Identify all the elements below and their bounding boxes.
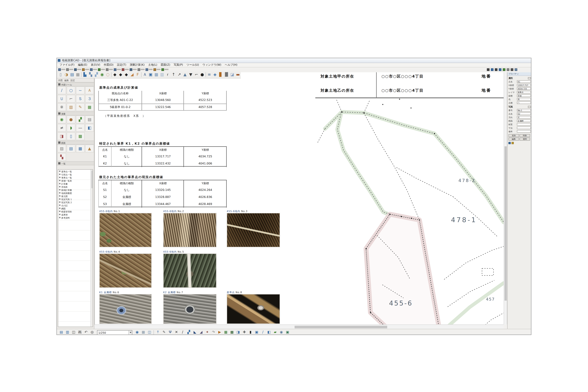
- toolbar-small-button-4[interactable]: [90, 68, 97, 71]
- palette-tool-0-1-icon[interactable]: ○: [67, 86, 76, 94]
- list-scrollbar[interactable]: [90, 170, 93, 326]
- list-item-10[interactable]: 現況写真 2: [58, 200, 93, 204]
- main-tool-26-icon[interactable]: ◈: [212, 72, 218, 78]
- statusbar-tool-17[interactable]: /: [260, 330, 265, 335]
- panel-field-input[interactable]: 金属標: [517, 119, 531, 122]
- statusbar-tool-13[interactable]: ◨: [236, 330, 241, 335]
- main-tool-9-icon[interactable]: ◆: [112, 72, 118, 78]
- panel-field-input[interactable]: No.1: [517, 109, 531, 112]
- palette-tool-1-1-icon[interactable]: ●: [67, 116, 76, 124]
- topright-tool-4[interactable]: [503, 68, 505, 71]
- panel-field-input[interactable]: 13317.717: [517, 84, 531, 86]
- menu-item-0[interactable]: ファイル(F): [58, 63, 76, 67]
- main-tool-11-icon[interactable]: ◆: [124, 72, 129, 78]
- statusbar-tool-9[interactable]: ↷: [211, 330, 216, 335]
- panel-field-input[interactable]: 黒: [517, 98, 531, 101]
- list-item-5[interactable]: 求積表: [58, 185, 93, 188]
- panel-field-input[interactable]: 4034.725: [517, 87, 531, 90]
- panel-field-input[interactable]: 北: [517, 116, 531, 119]
- main-tool-15-icon[interactable]: ▣: [148, 72, 154, 78]
- toolbar-small-button-12[interactable]: [154, 68, 161, 71]
- main-tool-8-icon[interactable]: ◌: [105, 72, 111, 78]
- palette-tool-2-3-icon[interactable]: ▲: [85, 144, 94, 152]
- main-tool-10-icon[interactable]: ◆: [118, 72, 124, 78]
- list-item-11[interactable]: 点の記: [58, 204, 93, 207]
- toolbar-small-button-1[interactable]: [66, 68, 73, 71]
- toolbar-small-button-10[interactable]: [138, 68, 145, 71]
- main-tool-29-icon[interactable]: ◪: [229, 72, 235, 78]
- menu-item-5[interactable]: 測量計算(K): [128, 63, 146, 67]
- panel-icon-1[interactable]: [511, 142, 514, 144]
- main-tool-21-icon[interactable]: ▲: [182, 72, 188, 78]
- panel-button-1[interactable]: 削除: [519, 134, 530, 137]
- toolbar-small-button-5[interactable]: [98, 68, 105, 71]
- statusbar-tool-14[interactable]: ✚: [242, 330, 247, 335]
- palette-tool-1-6-icon[interactable]: —: [76, 124, 85, 132]
- panel-field-input[interactable]: [517, 126, 531, 129]
- main-tool-25-icon[interactable]: ≡: [206, 72, 212, 78]
- menu-item-4[interactable]: 設定(T): [115, 63, 128, 67]
- main-tool-5-icon[interactable]: ▚: [88, 72, 94, 78]
- main-tool-3-icon[interactable]: ▦: [75, 72, 81, 78]
- list-item-15[interactable]: 参考資料: [58, 216, 93, 219]
- topright-tool-1[interactable]: [491, 68, 493, 71]
- main-tool-22-icon[interactable]: ▼: [188, 72, 194, 78]
- statusbar-tool-5[interactable]: ▞: [186, 330, 191, 335]
- statusbar-mid-tool-1[interactable]: ▦: [141, 330, 146, 335]
- list-item-12[interactable]: 網図: [58, 207, 93, 210]
- palette-tool-1-8-icon[interactable]: ◨: [57, 132, 66, 140]
- panel-button-0[interactable]: 追加: [508, 134, 519, 137]
- statusbar-left-tool-3[interactable]: 画: [77, 330, 83, 335]
- main-tool-30-icon[interactable]: ▬: [235, 72, 241, 78]
- vertical-scrollbar[interactable]: [504, 72, 507, 324]
- statusbar-left-tool-4[interactable]: ↶: [83, 330, 89, 335]
- palette-tool-2-1-icon[interactable]: ▤: [67, 144, 76, 152]
- palette-tool-1-10-icon[interactable]: ▩: [76, 132, 85, 140]
- palette-tool-1-5-icon[interactable]: ◗: [67, 124, 76, 132]
- list-item-8[interactable]: 復元図: [58, 194, 93, 198]
- statusbar-tool-12[interactable]: ▩: [229, 330, 235, 335]
- palette-group-header-1[interactable]: 測量: [57, 112, 94, 116]
- statusbar-left-tool-0[interactable]: ▤: [59, 330, 64, 335]
- document-list[interactable]: 基準点一覧引照点一覧筆界点一覧座標一覧表計算書求積表面積計算書地積測量図復元図現…: [58, 169, 93, 327]
- statusbar-tool-18[interactable]: ◧: [266, 330, 272, 335]
- main-tool-28-icon[interactable]: ▓: [224, 72, 229, 78]
- main-tool-23-icon[interactable]: ⌐: [194, 72, 199, 78]
- palette-tool-2-0-icon[interactable]: ▨: [57, 144, 66, 152]
- statusbar-tool-10[interactable]: ▶: [217, 330, 222, 335]
- panel-section-button[interactable]: [528, 106, 531, 108]
- menu-item-7[interactable]: 図面(Z): [159, 63, 172, 67]
- statusbar-left-tool-1[interactable]: ▥: [65, 330, 70, 335]
- panel-field-input[interactable]: S2: [517, 112, 531, 115]
- main-tool-0-icon[interactable]: ▯: [58, 72, 64, 78]
- document-canvas[interactable]: 478-2 478-1 455-6 457 対象土地甲の所在 ○○市○区○○○4…: [94, 72, 504, 324]
- panel-button-3[interactable]: 適用: [519, 138, 530, 140]
- scale-combobox[interactable]: 1/250: [97, 330, 132, 335]
- topright-tool-0[interactable]: [487, 68, 489, 71]
- statusbar-tool-2[interactable]: Ψ: [168, 330, 173, 335]
- list-item-7[interactable]: 地積測量図: [58, 191, 93, 194]
- statusbar-tool-8[interactable]: ✦: [205, 330, 210, 335]
- palette-group-header-2[interactable]: 図面: [57, 140, 94, 144]
- palette-tool-0-4-icon[interactable]: Ｕ: [57, 95, 66, 103]
- main-tool-2-icon[interactable]: ▤: [69, 72, 75, 78]
- main-tool-7-icon[interactable]: ◉: [99, 72, 105, 78]
- palette-tool-0-9-icon[interactable]: ▥: [67, 103, 76, 111]
- toolbar-small-button-0[interactable]: [58, 68, 65, 71]
- panel-field-input[interactable]: 筆界点: [517, 91, 531, 94]
- palette-tool-1-2-icon[interactable]: ▞: [76, 116, 85, 124]
- statusbar-tool-15[interactable]: ▮: [248, 330, 253, 335]
- statusbar-tool-11[interactable]: ▦: [223, 330, 228, 335]
- list-item-14[interactable]: 成果簿: [58, 213, 93, 216]
- palette-tool-1-7-icon[interactable]: ◧: [85, 124, 94, 132]
- toolbar-small-button-7[interactable]: [114, 68, 121, 71]
- menu-item-1[interactable]: 編集(E): [76, 63, 89, 67]
- toolbar-small-button-13[interactable]: [161, 68, 169, 71]
- statusbar-left-tool-5[interactable]: ◎: [90, 330, 95, 335]
- menu-item-8[interactable]: 写真(P): [172, 63, 185, 67]
- toolbar-small-button-2[interactable]: [74, 68, 81, 71]
- palette-tool-0-7-icon[interactable]: ３: [85, 95, 94, 103]
- menu-item-6[interactable]: 土地(L): [146, 63, 159, 67]
- main-tool-17-icon[interactable]: ▥: [159, 72, 165, 78]
- main-tool-6-icon[interactable]: ▞: [94, 72, 99, 78]
